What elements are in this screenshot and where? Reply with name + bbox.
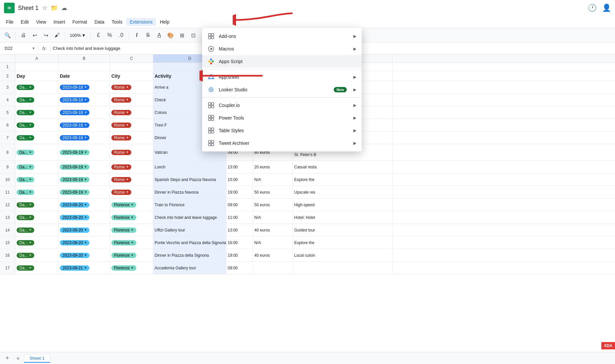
city-chip[interactable]: Rome ▼ — [111, 164, 131, 170]
menu-help[interactable]: Help — [157, 18, 173, 26]
cell-g15[interactable]: Explore the — [293, 236, 393, 249]
currency-button[interactable]: £ — [93, 30, 103, 40]
cell-f11[interactable]: 50 euros — [253, 186, 293, 198]
menu-item-power-tools[interactable]: Power Tools ▶ — [202, 112, 362, 124]
city-chip[interactable]: Rome ▼ — [111, 177, 131, 182]
redo-button[interactable]: ↪ — [41, 30, 51, 40]
cell-f15[interactable]: N/A — [253, 236, 293, 249]
cell-g12[interactable]: High-speed — [293, 199, 393, 211]
cell-b4[interactable]: 2023-09-18 ▼ — [59, 94, 110, 106]
date-chip[interactable]: 2023-09-19 ▼ — [60, 150, 89, 155]
city-chip[interactable]: Rome ▼ — [111, 97, 131, 103]
cell-b14[interactable]: 2023-09-20 ▼ — [59, 224, 110, 236]
cell-e16[interactable]: 19:00 — [226, 249, 253, 261]
date-chip[interactable]: 2023-09-18 ▼ — [60, 135, 89, 140]
date-chip[interactable]: 2023-09-20 ▼ — [60, 202, 89, 208]
cell-a14[interactable]: Da... ▼ — [15, 224, 59, 236]
date-chip[interactable]: 2023-09-19 ▼ — [60, 164, 89, 170]
col-header-b[interactable]: B — [59, 54, 110, 62]
sheet-tab-1[interactable]: Sheet 1 — [24, 354, 50, 363]
cell-d11[interactable]: Dinner in Piazza Navona — [153, 186, 226, 198]
cell-a9[interactable]: Da... ▼ — [15, 161, 59, 173]
cell-g16[interactable]: Local cuisin — [293, 249, 393, 261]
col-header-c[interactable]: C — [110, 54, 153, 62]
cell-e12[interactable]: 09:00 — [226, 199, 253, 211]
day-chip[interactable]: Da... ▼ — [17, 135, 34, 140]
cell-f12[interactable]: 50 euros — [253, 199, 293, 211]
menu-item-tweet-archiver[interactable]: Tweet Archiver ▶ — [202, 137, 362, 149]
cell-c10[interactable]: Rome ▼ — [110, 173, 153, 186]
date-chip[interactable]: 2023-09-18 ▼ — [60, 97, 89, 103]
italic-button[interactable]: I — [132, 30, 142, 40]
day-chip[interactable]: Da... ▼ — [17, 164, 34, 170]
strikethrough-button[interactable]: S — [143, 30, 153, 40]
cell-e13[interactable]: 11:00 — [226, 211, 253, 224]
cell-c14[interactable]: Florence ▼ — [110, 224, 153, 236]
cell-b3[interactable]: 2023-09-18 ▼ — [59, 81, 110, 93]
date-chip[interactable]: 2023-09-19 ▼ — [60, 190, 89, 195]
print-button[interactable]: 🖨 — [18, 30, 28, 40]
day-chip[interactable]: Da... ▼ — [17, 228, 34, 233]
cell-d10[interactable]: Spanish Steps and Piazza Navona — [153, 173, 226, 186]
cell-a4[interactable]: Da... ▼ — [15, 94, 59, 106]
cell-a6[interactable]: Da... ▼ — [15, 119, 59, 131]
cell-c13[interactable]: Florence ▼ — [110, 211, 153, 224]
cell-c3[interactable]: Rome ▼ — [110, 81, 153, 93]
decimal-button[interactable]: .0 — [116, 30, 126, 40]
day-chip[interactable]: Da... ▼ — [17, 150, 34, 155]
cell-b17[interactable]: 2023-09-21 ▼ — [59, 262, 110, 274]
menu-view[interactable]: View — [33, 18, 50, 26]
cell-f9[interactable]: 20 euros — [253, 161, 293, 173]
day-chip[interactable]: Da... ▼ — [17, 240, 34, 245]
cell-c12[interactable]: Florence ▼ — [110, 199, 153, 211]
cell-f17[interactable] — [253, 262, 293, 274]
cell-a17[interactable]: Da... ▼ — [15, 262, 59, 274]
cell-c17[interactable]: Florence ▼ — [110, 262, 153, 274]
menu-tools[interactable]: Tools — [108, 18, 126, 26]
cell-d17[interactable]: Accademia Gallery tour — [153, 262, 226, 274]
cell-b13[interactable]: 2023-09-20 ▼ — [59, 211, 110, 224]
cell-c11[interactable]: Rome ▼ — [110, 186, 153, 198]
zoom-control[interactable]: 100% ▼ — [68, 32, 88, 39]
cell-e17[interactable]: 09:00 — [226, 262, 253, 274]
date-chip[interactable]: 2023-09-20 ▼ — [60, 240, 89, 245]
cell-b12[interactable]: 2023-09-20 ▼ — [59, 199, 110, 211]
cell-e15[interactable]: 16:00 — [226, 236, 253, 249]
city-chip-florence[interactable]: Florence ▼ — [111, 202, 136, 208]
date-chip[interactable]: 2023-09-18 ▼ — [60, 123, 89, 128]
menu-item-macros[interactable]: Macros ▶ — [202, 43, 362, 55]
cell-c2[interactable]: City — [110, 71, 153, 81]
cell-a16[interactable]: Da... ▼ — [15, 249, 59, 261]
menu-edit[interactable]: Edit — [18, 18, 32, 26]
search-button[interactable]: 🔍 — [3, 30, 13, 40]
city-chip-florence[interactable]: Florence ▼ — [111, 228, 136, 233]
cell-b16[interactable]: 2023-09-20 ▼ — [59, 249, 110, 261]
city-chip[interactable]: Rome ▼ — [111, 135, 131, 140]
cell-d9[interactable]: Lunch — [153, 161, 226, 173]
city-chip[interactable]: Rome ▼ — [111, 85, 131, 90]
cell-a8[interactable]: Da... ▼ — [15, 144, 59, 160]
cell-c15[interactable]: Florence ▼ — [110, 236, 153, 249]
cell-b8[interactable]: 2023-09-19 ▼ — [59, 144, 110, 160]
cell-b10[interactable]: 2023-09-19 ▼ — [59, 173, 110, 186]
cell-a13[interactable]: Da... ▼ — [15, 211, 59, 224]
merge-button[interactable]: ⊡ — [188, 30, 198, 40]
percent-button[interactable]: % — [105, 30, 115, 40]
cell-d14[interactable]: Uffizi Gallery tour — [153, 224, 226, 236]
menu-item-addons[interactable]: Add-ons ▶ — [202, 30, 362, 43]
star-icon[interactable]: ☆ — [42, 4, 47, 12]
cell-g10[interactable]: Explore the — [293, 173, 393, 186]
cell-g11[interactable]: Upscale res — [293, 186, 393, 198]
cell-a11[interactable]: Da... ▼ — [15, 186, 59, 198]
cell-c8[interactable]: Rome ▼ — [110, 144, 153, 160]
cloud-icon[interactable]: ☁ — [61, 4, 67, 12]
menu-item-apps-script[interactable]: Apps Script — [202, 55, 362, 68]
cell-a1[interactable] — [15, 63, 59, 71]
cell-a2[interactable]: Day — [15, 71, 59, 81]
date-chip[interactable]: 2023-09-18 ▼ — [60, 110, 89, 115]
date-chip[interactable]: 2023-09-20 ▼ — [60, 253, 89, 258]
menu-item-appsheet[interactable]: AppSheet ▶ — [202, 71, 362, 83]
format-paint-button[interactable]: 🖌 — [52, 30, 62, 40]
city-chip[interactable]: Rome ▼ — [111, 123, 131, 128]
day-chip[interactable]: Da... ▼ — [17, 97, 34, 103]
